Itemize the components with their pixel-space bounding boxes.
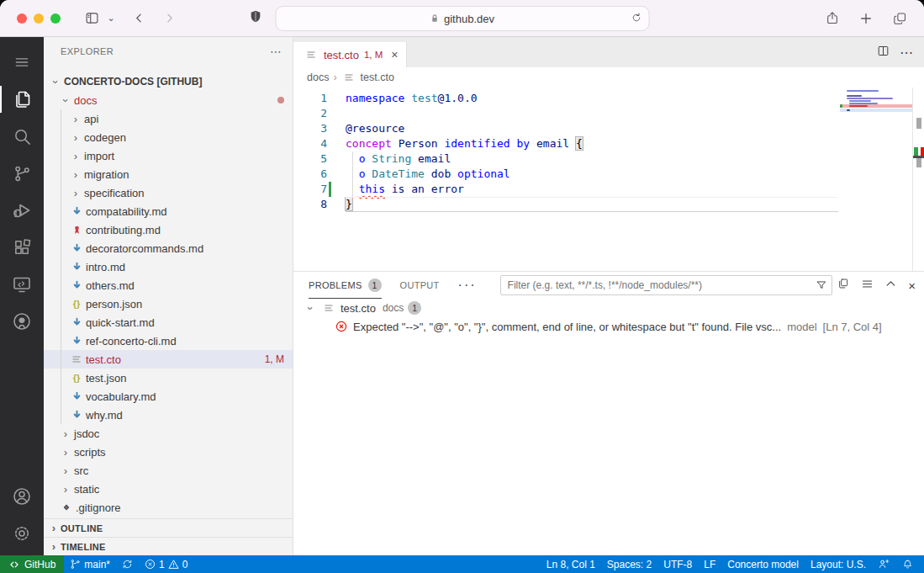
status-sync[interactable]	[116, 555, 139, 573]
overview-ruler[interactable]	[912, 88, 924, 271]
outline-section[interactable]: ›OUTLINE	[44, 518, 293, 537]
status-eol[interactable]: LF	[698, 555, 721, 573]
tree-item-compatability-md[interactable]: compatability.md	[44, 202, 293, 220]
code-line-2[interactable]: 2	[293, 106, 840, 121]
timeline-section[interactable]: ›TIMELINE	[44, 537, 293, 555]
code-line-8[interactable]: 8}	[293, 197, 840, 212]
tree-item-contributing-md[interactable]: contributing.md	[44, 220, 293, 239]
tab-close-icon[interactable]: ×	[391, 48, 398, 61]
reload-icon[interactable]	[631, 12, 642, 26]
close-window-button[interactable]	[17, 13, 27, 24]
maximize-panel-icon[interactable]	[885, 278, 896, 293]
activity-account-icon[interactable]	[0, 478, 44, 515]
breadcrumb-folder[interactable]: docs	[307, 72, 329, 83]
status-branch[interactable]: main*	[64, 555, 116, 573]
tree-item-vocabulary-md[interactable]: vocabulary.md	[44, 387, 293, 406]
code-line-5[interactable]: 5 o String email	[293, 151, 840, 167]
explorer-more-actions-icon[interactable]: ⋯	[270, 45, 282, 58]
status-language-mode[interactable]: Concerto model	[721, 555, 805, 573]
tree-item-specification[interactable]: ›specification	[44, 183, 293, 202]
collapse-all-icon[interactable]	[861, 278, 874, 294]
privacy-shield-icon[interactable]	[249, 8, 262, 28]
problems-filter-input[interactable]	[501, 279, 832, 291]
tree-item-src[interactable]: ›src	[44, 461, 293, 480]
tree-item-test-json[interactable]: {}test.json	[44, 369, 293, 387]
tree-item-person-json[interactable]: {}person.json	[44, 294, 293, 313]
activity-source-control-icon[interactable]	[0, 155, 44, 192]
status-cursor-position[interactable]: Ln 8, Col 1	[541, 555, 601, 573]
ruler-error-marker	[921, 147, 924, 156]
status-indentation[interactable]: Spaces: 2	[601, 555, 657, 573]
minimap[interactable]	[840, 88, 912, 271]
filter-funnel-icon[interactable]	[816, 279, 827, 291]
activity-run-debug-icon[interactable]	[0, 192, 44, 229]
status-notifications[interactable]	[896, 555, 919, 573]
activity-github-icon[interactable]	[0, 303, 44, 340]
activity-search-icon[interactable]	[0, 118, 44, 155]
tree-item-static[interactable]: ›static	[44, 480, 293, 498]
status-remote-host[interactable]: GitHub	[0, 555, 64, 573]
problem-error-row[interactable]: Expected "-->", "@", "o", "}", comment, …	[293, 317, 924, 336]
tree-item-intro-md[interactable]: intro.md	[44, 257, 293, 276]
code-line-6[interactable]: 6 o DateTime dob optional	[293, 167, 840, 182]
code-line-3[interactable]: 3@resource	[293, 121, 840, 136]
sidebar-chevron-down-icon[interactable]: ⌄	[104, 7, 118, 30]
tree-item-docs[interactable]: ›docs	[44, 91, 293, 109]
line-text: this is an error	[332, 182, 464, 197]
tab-overview-icon[interactable]	[887, 7, 912, 30]
editor-more-actions-icon[interactable]: ⋯	[900, 45, 914, 61]
code-line-1[interactable]: 1namespace test@1.0.0	[293, 91, 840, 106]
panel-more-tabs-icon[interactable]: ···	[458, 278, 477, 293]
breadcrumb-file[interactable]: test.cto	[361, 72, 394, 83]
minimize-window-button[interactable]	[34, 13, 44, 24]
tree-item-quick-start-md[interactable]: quick-start.md	[44, 313, 293, 332]
split-editor-icon[interactable]	[877, 45, 890, 61]
close-panel-icon[interactable]: ×	[908, 279, 916, 293]
minimap-line	[847, 95, 862, 97]
item-label: test.json	[86, 372, 126, 385]
tree-item-decoratorcommands-md[interactable]: decoratorcommands.md	[44, 239, 293, 257]
problems-file-group[interactable]: › test.cto docs 1	[293, 299, 924, 317]
zoom-window-button[interactable]	[50, 13, 61, 24]
status-feedback[interactable]	[872, 555, 896, 573]
status-problems-status[interactable]: 10	[139, 555, 193, 573]
activity-settings-gear-icon[interactable]	[0, 515, 44, 552]
sidebar-toggle-icon[interactable]	[79, 7, 104, 30]
code-line-4[interactable]: 4concept Person identified by email {	[293, 136, 840, 151]
code-editor[interactable]: 1namespace test@1.0.023@resource4concept…	[293, 88, 924, 271]
tree-item-test-cto[interactable]: test.cto1, M	[44, 350, 293, 369]
status-encoding[interactable]: UTF-8	[657, 555, 698, 573]
activity-menu-icon[interactable]	[0, 44, 44, 81]
tree-item-ref-concerto-cli-md[interactable]: ref-concerto-cli.md	[44, 332, 293, 350]
chevron-icon: ›	[59, 483, 72, 496]
new-tab-icon[interactable]	[853, 7, 879, 30]
address-bar[interactable]: github.dev	[275, 6, 649, 31]
gutter	[327, 136, 332, 151]
tree-item-why-md[interactable]: why.md	[44, 406, 293, 424]
item-label: ref-concerto-cli.md	[86, 335, 177, 348]
tree-item-others-md[interactable]: others.md	[44, 276, 293, 294]
tab-problems[interactable]: PROBLEMS 1	[309, 272, 382, 299]
error-position: [Ln 7, Col 4]	[823, 321, 882, 333]
tree-item-jsdoc[interactable]: ›jsdoc	[44, 424, 293, 443]
tree-item-concerto-docs-github-[interactable]: ›CONCERTO-DOCS [GITHUB]	[44, 72, 293, 91]
tree-item-import[interactable]: ›import	[44, 146, 293, 165]
tab-output[interactable]: OUTPUT	[400, 272, 440, 299]
status-keyboard-layout[interactable]: Layout: U.S.	[805, 555, 872, 573]
share-icon[interactable]	[820, 7, 845, 30]
tab-test-cto[interactable]: test.cto 1, M ×	[293, 42, 407, 67]
back-button[interactable]	[126, 7, 151, 30]
view-as-table-icon[interactable]	[837, 278, 849, 293]
activity-explorer-icon[interactable]	[0, 81, 44, 118]
line-number: 2	[293, 106, 327, 121]
git-icon	[59, 502, 74, 512]
tree-item-migration[interactable]: ›migration	[44, 165, 293, 183]
tree-item-api[interactable]: ›api	[44, 109, 293, 128]
forward-button[interactable]	[156, 7, 182, 30]
activity-extensions-icon[interactable]	[0, 229, 44, 266]
activity-remote-explorer-icon[interactable]	[0, 266, 44, 303]
code-line-7[interactable]: 7 this is an error	[293, 182, 840, 197]
tree-item-scripts[interactable]: ›scripts	[44, 443, 293, 461]
tree-item-codegen[interactable]: ›codegen	[44, 128, 293, 146]
tree-item--gitignore[interactable]: .gitignore	[44, 498, 293, 517]
